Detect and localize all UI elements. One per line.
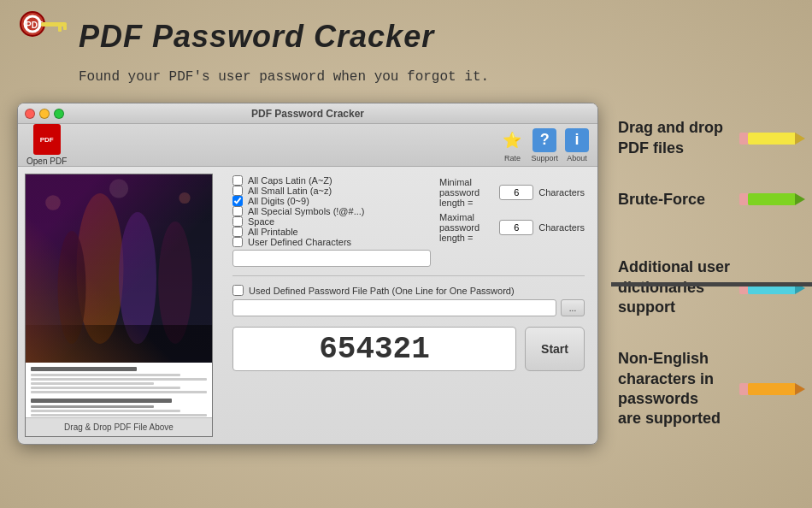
all-caps-label: All Caps Latin (A~Z) — [248, 175, 332, 186]
close-button[interactable] — [25, 109, 35, 119]
all-digits-checkbox[interactable] — [232, 196, 243, 206]
about-button[interactable]: i About — [565, 128, 589, 162]
checkbox-all-small: All Small Latin (a~z) — [232, 186, 431, 196]
annotation-separator — [611, 282, 812, 286]
all-printable-checkbox[interactable] — [232, 227, 243, 237]
pencil-green — [739, 193, 805, 205]
user-defined-label: User Defined Characters — [248, 237, 351, 247]
current-password-display: 654321 — [232, 327, 516, 371]
support-button[interactable]: ? Support — [531, 128, 558, 162]
all-digits-label: All Digits (0~9) — [248, 196, 309, 206]
checkbox-space: Space — [232, 216, 431, 227]
star-icon: ⭐ — [500, 128, 524, 152]
question-icon: ? — [533, 128, 556, 152]
password-length-column: Minimal password length = Characters Max… — [439, 175, 585, 267]
svg-rect-5 — [63, 26, 67, 30]
all-caps-checkbox[interactable] — [232, 175, 243, 186]
app-header: PDF PDF Password Cracker Found your PDF'… — [17, 9, 489, 85]
pdf-caption: Drag & Drop PDF File Above — [26, 417, 212, 436]
window-titlebar: PDF Password Cracker — [18, 103, 597, 124]
annotation-non-english-text: Non-Englishcharacters inpasswordsare sup… — [618, 349, 733, 429]
about-label: About — [567, 154, 587, 162]
annotation-drag-drop: Drag and dropPDF files — [611, 114, 812, 162]
pencil-orange — [739, 383, 805, 395]
minimize-button[interactable] — [39, 109, 50, 119]
annotations-panel: Drag and dropPDF files Brute-Force Addit… — [611, 103, 812, 445]
controls-top: All Caps Latin (A~Z) All Small Latin (a~… — [232, 175, 585, 267]
pencil-yellow — [739, 133, 805, 145]
pdf-icon — [33, 124, 61, 155]
window-title: PDF Password Cracker — [251, 108, 364, 120]
rate-button[interactable]: ⭐ Rate — [500, 128, 524, 162]
all-small-checkbox[interactable] — [232, 186, 243, 196]
password-display-row: 654321 Start — [232, 327, 585, 371]
app-logo: PDF — [17, 9, 68, 64]
checkbox-all-caps: All Caps Latin (A~Z) — [232, 175, 431, 186]
min-length-input[interactable] — [499, 185, 533, 200]
file-path-section: Used Defined Password File Path (One Lin… — [232, 285, 585, 316]
annotation-dictionaries-text: Additional userdictionariessupport — [618, 257, 733, 317]
checkboxes-column: All Caps Latin (A~Z) All Small Latin (a~… — [232, 175, 431, 267]
window-controls — [25, 109, 64, 119]
pdf-preview[interactable]: Drag & Drop PDF File Above — [25, 174, 213, 437]
svg-rect-3 — [41, 22, 67, 27]
app-title: PDF Password Cracker — [79, 19, 434, 55]
annotation-brute-force: Brute-Force — [611, 186, 812, 214]
user-defined-input[interactable] — [232, 250, 431, 267]
annotation-non-english: Non-Englishcharacters inpasswordsare sup… — [611, 345, 812, 434]
file-path-label: Used Defined Password File Path (One Lin… — [249, 286, 515, 296]
annotation-dictionaries: Additional userdictionariessupport — [611, 253, 812, 322]
max-length-unit: Characters — [538, 222, 585, 233]
file-path-checkbox-row: Used Defined Password File Path (One Lin… — [232, 285, 585, 296]
file-path-checkbox[interactable] — [232, 285, 244, 296]
annotation-drag-drop-text: Drag and dropPDF files — [618, 118, 733, 158]
browse-button[interactable]: ... — [561, 299, 585, 316]
special-symbols-label: All Special Symbols (!@#...) — [248, 206, 365, 216]
rate-label: Rate — [504, 154, 521, 162]
min-length-row: Minimal password length = Characters — [439, 177, 585, 208]
special-symbols-checkbox[interactable] — [232, 206, 243, 216]
checkbox-all-digits: All Digits (0~9) — [232, 196, 431, 206]
space-label: Space — [248, 216, 274, 227]
main-window: PDF Password Cracker Open PDF ⭐ Rate ? S… — [17, 103, 598, 445]
max-length-row: Maximal password length = Characters — [439, 212, 585, 243]
file-path-input-row: ... — [232, 299, 585, 316]
svg-text:PDF: PDF — [26, 21, 43, 30]
app-subtitle: Found your PDF's user password when you … — [79, 69, 489, 85]
checkbox-special-symbols: All Special Symbols (!@#...) — [232, 206, 431, 216]
min-length-unit: Characters — [538, 187, 585, 198]
annotation-brute-force-text: Brute-Force — [618, 190, 733, 210]
start-button[interactable]: Start — [525, 327, 585, 371]
pdf-image — [26, 174, 212, 363]
support-label: Support — [531, 154, 558, 162]
maximize-button[interactable] — [54, 109, 64, 119]
pdf-text-content — [26, 363, 212, 417]
checkbox-all-printable: All Printable — [232, 227, 431, 237]
title-text: PDF Password Cracker — [79, 19, 434, 54]
window-toolbar: Open PDF ⭐ Rate ? Support i About — [18, 124, 597, 167]
max-length-label: Maximal password length = — [439, 212, 494, 243]
max-length-input[interactable] — [499, 220, 533, 235]
user-defined-checkbox[interactable] — [232, 237, 243, 247]
open-pdf-label: Open PDF — [26, 157, 67, 166]
window-content: Drag & Drop PDF File Above All Caps Lati… — [18, 167, 597, 444]
svg-rect-4 — [58, 26, 62, 32]
all-printable-label: All Printable — [248, 227, 298, 237]
divider — [232, 275, 585, 276]
info-icon: i — [565, 128, 589, 152]
file-path-input[interactable] — [232, 299, 556, 316]
toolbar-right: ⭐ Rate ? Support i About — [500, 128, 589, 162]
all-small-label: All Small Latin (a~z) — [248, 186, 332, 196]
space-checkbox[interactable] — [232, 216, 243, 227]
open-pdf-button[interactable]: Open PDF — [26, 124, 67, 166]
min-length-label: Minimal password length = — [439, 177, 494, 208]
checkbox-user-defined: User Defined Characters — [232, 237, 431, 247]
controls-area: All Caps Latin (A~Z) All Small Latin (a~… — [220, 167, 597, 444]
